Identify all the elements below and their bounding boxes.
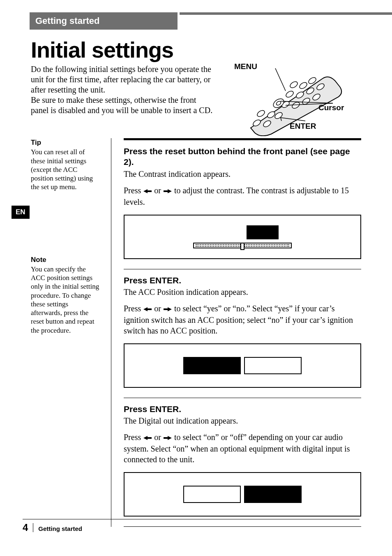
svg-point-11 — [256, 109, 265, 118]
page-footer: 4 Getting started — [23, 519, 360, 533]
acc-option-no — [244, 357, 302, 374]
acc-display — [124, 343, 361, 388]
note-heading: Note — [31, 255, 101, 264]
step-3-line1: The Digital out indication appears. — [124, 415, 361, 426]
arrow-left-icon — [143, 304, 152, 315]
svg-point-1 — [298, 81, 308, 90]
arrow-left-icon — [143, 433, 152, 443]
page-title: Initial settings — [31, 37, 361, 63]
tip-body: You can reset all of these initial setti… — [31, 148, 101, 191]
contrast-display — [124, 215, 361, 259]
vertical-divider — [111, 138, 111, 527]
svg-line-18 — [275, 68, 286, 91]
digital-option-on — [183, 486, 241, 503]
step-2-title: Press ENTER. — [124, 275, 361, 286]
note-body: You can specify the ACC position setting… — [31, 265, 101, 335]
section-header: Getting started — [30, 12, 178, 30]
step-2-line1: The ACC Position indication appears. — [124, 287, 361, 297]
section-header-rule — [180, 12, 392, 15]
note-block: Note You can specify the ACC position se… — [31, 255, 101, 335]
tip-block: Tip You can reset all of these initial s… — [31, 138, 101, 192]
step-1-title: Press the reset button behind the front … — [124, 146, 361, 168]
language-tab: EN — [12, 206, 30, 219]
intro-paragraph: Do the following initial settings before… — [31, 64, 216, 116]
arrow-left-icon — [143, 186, 152, 197]
svg-point-0 — [289, 81, 298, 89]
digital-out-display — [124, 472, 361, 517]
remote-label-menu: MENU — [234, 62, 257, 71]
acc-option-yes — [183, 357, 241, 374]
remote-label-cursor: Cursor — [318, 103, 344, 112]
tip-heading: Tip — [31, 138, 101, 147]
contrast-slider — [193, 243, 292, 248]
arrow-right-icon — [163, 304, 172, 315]
step-1-line1: The Contrast indication appears. — [124, 169, 361, 179]
arrow-right-icon — [163, 186, 172, 197]
contrast-value-block — [247, 225, 279, 239]
page-number: 4 — [23, 522, 28, 533]
step-2: Press ENTER. The ACC Position indication… — [124, 269, 361, 398]
step-3-line2: Press or to select “on” or “off” dependi… — [124, 432, 361, 465]
svg-point-3 — [285, 90, 294, 99]
steps-column: Press the reset button behind the front … — [124, 138, 361, 527]
step-1-line2: Press or to adjust the contrast. The con… — [124, 185, 361, 207]
remote-label-enter: ENTER — [290, 122, 316, 131]
footer-section: Getting started — [38, 525, 82, 532]
digital-option-off — [244, 486, 302, 503]
step-1: Press the reset button behind the front … — [124, 138, 361, 269]
remote-illustration: MENU Cursor ENTER — [216, 64, 361, 116]
arrow-right-icon — [163, 433, 172, 443]
step-3-title: Press ENTER. — [124, 404, 361, 415]
step-2-line2: Press or to select “yes” or “no.” Select… — [124, 303, 361, 336]
step-3: Press ENTER. The Digital out indication … — [124, 398, 361, 526]
